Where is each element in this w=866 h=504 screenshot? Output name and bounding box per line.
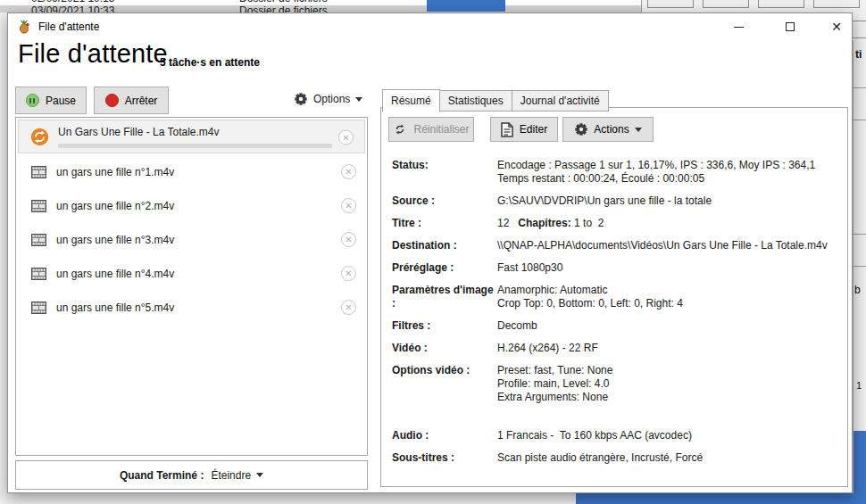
when-done-dropdown[interactable]: Éteindre [211, 469, 263, 482]
pause-label: Pause [46, 95, 76, 107]
field-value: Scan piste audio étrangère, Incrusté, Fo… [497, 451, 703, 465]
when-done-label: Quand Terminé : [120, 469, 204, 482]
background-bottom-blue [576, 493, 866, 504]
reset-button[interactable]: Réinitialiser [388, 117, 474, 142]
field-value: H.264 (x264) - 22 RF [497, 342, 598, 355]
queue-window: File d'attente ✕ File d'attente 5 tâche·… [7, 12, 853, 493]
summary-field: Sous-titres :Scan piste audio étrangère,… [392, 451, 842, 465]
queue-item-name: un gars une fille n°2.m4v [56, 200, 174, 212]
maximize-button[interactable] [770, 13, 810, 40]
close-button[interactable]: ✕ [817, 13, 856, 40]
field-label: Options vidéo : [392, 364, 497, 404]
field-value: Fast 1080p30 [497, 261, 562, 275]
summary-field: Titre :12 Chapitres: 1 to 2 [392, 217, 842, 230]
background-text-fragment: ti [855, 48, 862, 61]
field-value: Preset: fast, Tune: NoneProfile: main, L… [497, 364, 612, 404]
field-value: \\QNAP-ALPHA\documents\Vidéos\Un Gars Un… [497, 239, 828, 252]
remove-item-button[interactable]: ✕ [341, 300, 356, 315]
summary-field: Audio :1 Francais - To 160 kbps AAC (avc… [392, 429, 842, 442]
queue-item[interactable]: un gars une fille n°1.m4v✕ [16, 155, 367, 189]
remove-item-button[interactable]: ✕ [341, 232, 356, 247]
field-value: G:\SAUV\DVDRIP\Un gars une fille - la to… [497, 194, 712, 208]
field-label: Paramètres d'image : [392, 284, 497, 310]
stop-label: Arrêter [125, 95, 158, 107]
gear-icon [294, 92, 308, 106]
summary-field: Destination :\\QNAP-ALPHA\documents\Vidé… [392, 239, 842, 252]
summary-field: Paramètres d'image :Anamorphic: Automati… [392, 284, 842, 310]
field-value: Anamorphic: AutomaticCrop Top: 0, Bottom… [497, 284, 683, 310]
field-value: Decomb [497, 319, 537, 333]
encoding-icon [30, 128, 49, 146]
stop-icon [105, 94, 119, 107]
panel-buttons: Réinitialiser Editer [388, 117, 654, 142]
tab-statistics[interactable]: Statistiques [439, 90, 512, 112]
actions-dropdown-button[interactable]: Actions [562, 117, 654, 142]
field-value: 12 Chapitres: 1 to 2 [497, 217, 604, 230]
background-right-edge: ti b 1 [853, 41, 866, 504]
remove-item-button[interactable]: ✕ [338, 130, 354, 145]
handbrake-logo-icon [17, 20, 31, 34]
summary-field: Source :G:\SAUV\DVDRIP\Un gars une fille… [392, 194, 842, 208]
reset-label: Réinitialiser [413, 123, 469, 136]
gear-icon [574, 122, 588, 136]
edit-button[interactable]: Editer [490, 117, 558, 142]
chevron-down-icon [256, 473, 263, 477]
queue-item[interactable]: un gars une fille n°4.m4v✕ [16, 257, 367, 291]
queue-item-name: Un Gars Une Fille - La Totale.m4v [58, 126, 220, 138]
options-dropdown[interactable]: Options [294, 92, 362, 106]
film-icon [31, 166, 46, 178]
pause-button[interactable]: Pause [15, 87, 87, 114]
film-icon [31, 302, 46, 314]
options-label: Options [313, 93, 350, 105]
pause-icon [26, 94, 39, 107]
summary-field: Status:Encodage : Passage 1 sur 1, 16,17… [392, 159, 842, 186]
field-label: Filtres : [392, 319, 497, 333]
background-type-text: Dossier de fichiers [239, 5, 328, 12]
refresh-icon [393, 122, 407, 136]
remove-item-button[interactable]: ✕ [341, 164, 356, 179]
summary-panel: Réinitialiser Editer [380, 107, 848, 487]
summary-field: Préréglage :Fast 1080p30 [392, 261, 842, 275]
field-label: Vidéo : [392, 342, 497, 355]
background-type-text: Dossier de fichiers [239, 0, 328, 4]
field-label: Status: [392, 159, 497, 186]
page-title: File d'attente [18, 39, 168, 69]
film-icon [31, 268, 46, 280]
minimize-button[interactable] [719, 13, 758, 40]
field-label: Sous-titres : [392, 451, 497, 465]
summary-field: Options vidéo :Preset: fast, Tune: NoneP… [392, 364, 842, 404]
queue-item[interactable]: un gars une fille n°5.m4v✕ [16, 291, 367, 325]
summary-field: Vidéo :H.264 (x264) - 22 RF [392, 342, 842, 355]
when-done-bar: Quand Terminé : Éteindre [15, 460, 368, 490]
tab-bar: Résumé Statistiques Journal d'activité [382, 88, 608, 112]
chevron-down-icon [635, 128, 642, 132]
field-value: Encodage : Passage 1 sur 1, 16,17%, IPS … [497, 159, 815, 186]
background-text-fragment: 1 [856, 380, 862, 391]
background-date-text: 03/09/2021 10:33 [31, 5, 114, 12]
field-label: Source : [392, 194, 497, 208]
background-date-text: 02/09/2021 10:13 [31, 0, 114, 4]
film-icon [31, 234, 46, 246]
stop-button[interactable]: Arrêter [94, 87, 169, 114]
film-icon [31, 200, 46, 212]
queue-item[interactable]: un gars une fille n°3.m4v✕ [16, 223, 367, 257]
background-text-fragment: b [854, 284, 861, 296]
field-label: Destination : [392, 239, 497, 252]
actions-label: Actions [594, 123, 629, 136]
progress-bar [58, 144, 332, 148]
titlebar[interactable]: File d'attente ✕ [8, 13, 852, 40]
remove-item-button[interactable]: ✕ [341, 198, 356, 213]
tab-resume[interactable]: Résumé [382, 89, 440, 112]
tab-activity-log[interactable]: Journal d'activité [512, 90, 609, 112]
field-label: Préréglage : [392, 261, 497, 275]
remove-item-button[interactable]: ✕ [341, 266, 356, 281]
window-title: File d'attente [38, 21, 99, 33]
background-explorer-row: 03/09/2021 10:33 Dossier de fichiers [0, 5, 643, 12]
queue-item-active[interactable]: Un Gars Une Fille - La Totale.m4v ✕ [18, 120, 365, 153]
background-selection-block [427, 0, 505, 12]
queue-item[interactable]: un gars une fille n°2.m4v✕ [16, 189, 367, 223]
chevron-down-icon [355, 97, 362, 102]
queue-item-name: un gars une fille n°5.m4v [56, 302, 174, 314]
summary-field: Filtres :Decomb [392, 319, 842, 333]
queue-list: Un Gars Une Fille - La Totale.m4v ✕ un g… [15, 117, 368, 456]
